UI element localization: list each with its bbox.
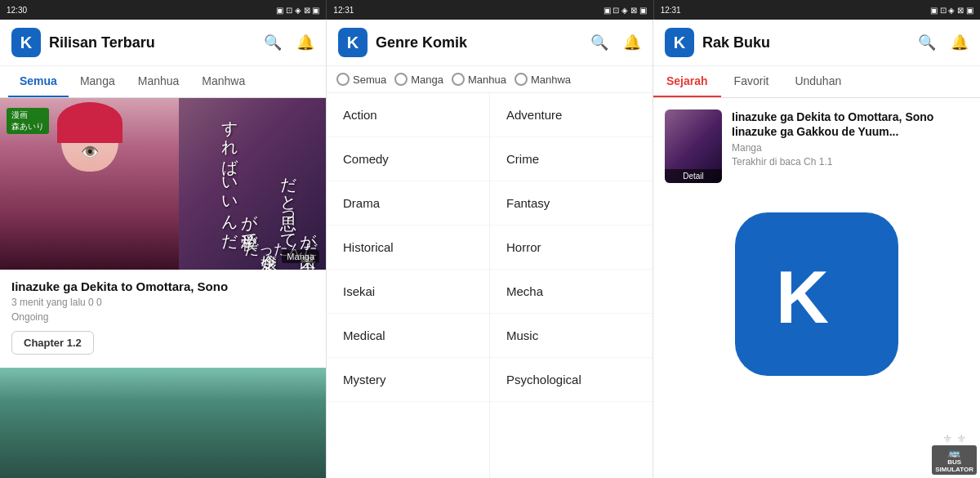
rak-tab-unduhan[interactable]: Unduhan	[782, 66, 854, 97]
rak-content: Detail Iinazuke ga Dekita to Omottara, S…	[653, 98, 980, 478]
manga-cover-area: 👁️ が出来だと思って令嬢が学校ですればいいんだ だったんだ 漫画森あいり Ma…	[0, 98, 326, 270]
genre-list: Action Comedy Drama Historical Isekai Me…	[327, 93, 653, 478]
book-thumbnail: Detail	[665, 109, 722, 183]
tab-manhua-1[interactable]: Manhua	[127, 66, 191, 97]
genre-psychological[interactable]: Psychological	[490, 358, 653, 402]
header-genre: K Genre Komik 🔍 🔔	[327, 20, 653, 66]
manga-info: Iinazuke ga Dekita to Omottara, Sono 3 m…	[0, 270, 326, 360]
header-icons-2: 🔍 🔔	[590, 34, 641, 51]
search-icon-1[interactable]: 🔍	[264, 34, 282, 51]
genre-adventure[interactable]: Adventure	[490, 93, 653, 137]
icons-1: ▣ ⊡ ◈ ⊠ ▣	[276, 6, 319, 15]
bus-simulator-badge: ⚜ ⚜ 🚌 BUS SIMULATOR	[932, 432, 977, 475]
panel-genre-komik: K Genre Komik 🔍 🔔 Semua Manga Manhua	[327, 20, 653, 478]
manga-jp-text: が出来だと思って令嬢が学校ですればいいんだ だったんだ	[131, 98, 326, 270]
radio-semua[interactable]	[336, 73, 350, 86]
book-info: Iinazuke ga Dekita to Omottara, Sono Iin…	[732, 109, 969, 168]
filter-manga[interactable]: Manga	[394, 73, 443, 86]
genre-col-right: Adventure Crime Fantasy Horror Mecha Mus…	[490, 93, 653, 478]
app-logo-3: K	[665, 28, 694, 57]
app-title-1: Rilisan Terbaru	[49, 34, 264, 51]
source-badge: 漫画森あいり	[7, 108, 49, 134]
panel-rilisan-terbaru: K Rilisan Terbaru 🔍 🔔 Semua Manga Manhua…	[0, 20, 327, 478]
genre-drama[interactable]: Drama	[327, 181, 489, 226]
filter-manhua[interactable]: Manhua	[452, 73, 506, 86]
panel-rak-buku: K Rak Buku 🔍 🔔 Sejarah Favorit Unduhan D…	[653, 20, 980, 478]
app-logo-2: K	[338, 28, 368, 57]
book-type: Manga	[732, 142, 969, 154]
filter-manhwa[interactable]: Manhwa	[514, 73, 571, 86]
search-icon-2[interactable]: 🔍	[590, 34, 608, 51]
genre-mystery[interactable]: Mystery	[327, 358, 489, 402]
status-bar-2: 12:31 ▣ ⊡ ◈ ⊠ ▣	[327, 0, 653, 20]
book-title: Iinazuke ga Dekita to Omottara, Sono Iin…	[732, 109, 969, 139]
bell-icon-2[interactable]: 🔔	[623, 34, 641, 51]
status-bar-1: 12:30 ▣ ⊡ ◈ ⊠ ▣	[0, 0, 327, 20]
big-logo-area: K	[665, 196, 969, 392]
genre-crime[interactable]: Crime	[490, 137, 653, 181]
status-bar-3: 12:31 ▣ ⊡ ◈ ⊠ ▣	[654, 0, 980, 20]
manga-meta: 3 menit yang lalu 0 0	[11, 297, 314, 308]
big-k-logo: K	[735, 212, 898, 376]
genre-fantasy[interactable]: Fantasy	[490, 181, 653, 226]
icons-3: ▣ ⊡ ◈ ⊠ ▣	[930, 6, 973, 15]
book-item-1: Detail Iinazuke ga Dekita to Omottara, S…	[665, 109, 969, 183]
search-icon-3[interactable]: 🔍	[918, 34, 936, 51]
book-last-read: Terakhir di baca Ch 1.1	[732, 156, 969, 168]
svg-text:K: K	[776, 257, 829, 338]
app-logo-1: K	[11, 28, 41, 57]
panels-container: K Rilisan Terbaru 🔍 🔔 Semua Manga Manhua…	[0, 20, 980, 478]
filter-semua[interactable]: Semua	[336, 73, 386, 86]
header-rilisan: K Rilisan Terbaru 🔍 🔔	[0, 20, 326, 66]
manga-title: Iinazuke ga Dekita to Omottara, Sono	[11, 279, 314, 293]
tab-manhwa-1[interactable]: Manhwa	[190, 66, 256, 97]
genre-action[interactable]: Action	[327, 93, 489, 137]
bus-box: 🚌 BUS SIMULATOR	[932, 445, 977, 475]
genre-historical[interactable]: Historical	[327, 226, 489, 270]
tab-manga-1[interactable]: Manga	[69, 66, 127, 97]
genre-music[interactable]: Music	[490, 314, 653, 358]
time-1: 12:30	[7, 6, 27, 15]
chapter-button[interactable]: Chapter 1.2	[11, 331, 94, 355]
genre-isekai[interactable]: Isekai	[327, 270, 489, 314]
manga-status: Ongoing	[11, 311, 314, 323]
genre-horror[interactable]: Horror	[490, 226, 653, 270]
genre-col-left: Action Comedy Drama Historical Isekai Me…	[327, 93, 490, 478]
header-icons-3: 🔍 🔔	[918, 34, 969, 51]
rak-tab-sejarah[interactable]: Sejarah	[653, 66, 721, 97]
genre-filter-bar: Semua Manga Manhua Manhwa	[327, 66, 653, 93]
header-rak: K Rak Buku 🔍 🔔	[653, 20, 980, 66]
rak-tab-bar: Sejarah Favorit Unduhan	[653, 66, 980, 98]
manga-type-badge: Manga	[282, 250, 319, 263]
tab-bar-1: Semua Manga Manhua Manhwa	[0, 66, 326, 98]
radio-manga[interactable]	[394, 73, 408, 86]
manga-cover-image: 👁️ が出来だと思って令嬢が学校ですればいいんだ だったんだ 漫画森あいり Ma…	[0, 98, 326, 270]
bell-icon-3[interactable]: 🔔	[951, 34, 969, 51]
genre-medical[interactable]: Medical	[327, 314, 489, 358]
app-title-3: Rak Buku	[702, 34, 918, 51]
book-detail-button[interactable]: Detail	[665, 169, 722, 183]
manga-second-thumb	[0, 368, 326, 478]
tab-semua-1[interactable]: Semua	[8, 66, 69, 97]
k-logo-svg: K	[760, 237, 874, 351]
bus-wings-icon: ⚜ ⚜	[942, 432, 967, 445]
icons-2: ▣ ⊡ ◈ ⊠ ▣	[604, 6, 647, 15]
genre-mecha[interactable]: Mecha	[490, 270, 653, 314]
status-bars: 12:30 ▣ ⊡ ◈ ⊠ ▣ 12:31 ▣ ⊡ ◈ ⊠ ▣ 12:31 ▣ …	[0, 0, 980, 20]
time-3: 12:31	[661, 6, 681, 15]
header-icons-1: 🔍 🔔	[264, 34, 314, 51]
radio-manhua[interactable]	[452, 73, 465, 86]
time-2: 12:31	[333, 6, 354, 15]
rak-tab-favorit[interactable]: Favorit	[721, 66, 782, 97]
radio-manhwa[interactable]	[514, 73, 528, 86]
bell-icon-1[interactable]: 🔔	[296, 34, 314, 51]
genre-comedy[interactable]: Comedy	[327, 137, 489, 181]
app-title-2: Genre Komik	[376, 34, 590, 51]
